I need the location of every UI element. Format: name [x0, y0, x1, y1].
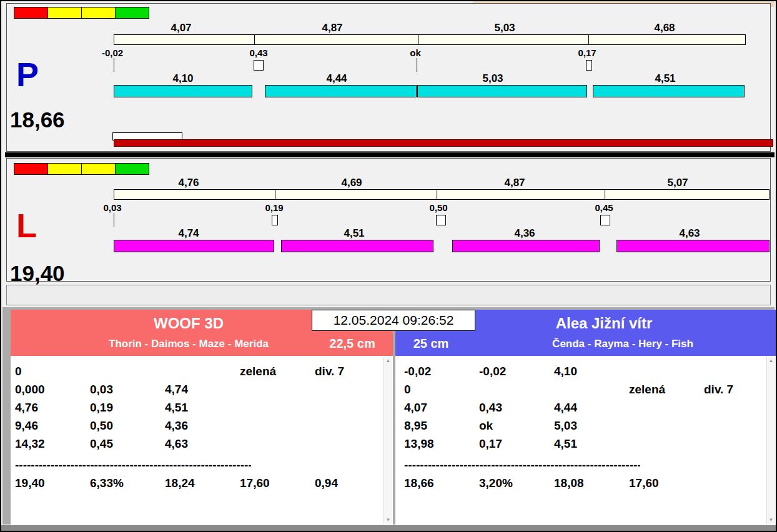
- result-cell: [240, 416, 315, 435]
- result-cell: 4,36: [165, 416, 240, 435]
- p-run-bar-3: [417, 85, 587, 97]
- p-marker-tick-3: [417, 58, 417, 72]
- p-back-split-4: 4,51: [655, 72, 675, 85]
- result-cell: [240, 380, 315, 398]
- traffic-yellow-light-1: [48, 7, 81, 18]
- traffic-red-light: [14, 164, 47, 174]
- right-team-dogs: Čenda - Rayma - Hery - Fish: [552, 338, 693, 350]
- result-cell: 4,76: [15, 398, 90, 416]
- l-marker-tick-1: [114, 213, 114, 227]
- result-cell: 0,03: [90, 380, 165, 398]
- result-cell: -0,02: [479, 362, 554, 380]
- l-back-split-4: 4,63: [679, 227, 700, 240]
- result-cell: 4,74: [165, 380, 240, 398]
- scroll-up-icon[interactable]: ▲: [384, 358, 392, 363]
- result-cell: [704, 474, 776, 492]
- right-table-scrollbar[interactable]: ▲ ▼: [766, 357, 775, 524]
- p-change-3: ok: [410, 47, 421, 58]
- p-back-split-1: 4,10: [172, 72, 193, 85]
- table-row: 0 zelená div. 7: [404, 380, 776, 398]
- traffic-green-light: [116, 164, 149, 174]
- l-back-split-1: 4,74: [178, 227, 199, 240]
- result-cell: [315, 380, 393, 398]
- result-cell: 13,98: [404, 435, 479, 453]
- result-cell: zelená: [240, 362, 315, 380]
- p-front-bar-seg3: [418, 35, 589, 44]
- l-marker-box-3: [436, 215, 446, 225]
- l-front-bar-seg2: [275, 190, 437, 199]
- l-change-1: 0,03: [103, 202, 121, 213]
- l-front-split-1: 4,76: [178, 177, 199, 189]
- traffic-yellow-light-2: [82, 7, 115, 18]
- result-cell: [315, 435, 393, 453]
- result-cell: [704, 416, 776, 435]
- p-run-bar-1: [114, 85, 252, 97]
- lane-l-letter: L: [16, 209, 37, 242]
- left-jump-height: 22,5 cm: [329, 337, 375, 351]
- result-cell: 17,60: [629, 474, 704, 492]
- result-cell: [629, 416, 704, 435]
- result-cell: 0,45: [90, 435, 165, 453]
- flyball-timing-window: 4,07 4,87 5,03 4,68 -0,02 0,43 ok 0,17 P…: [0, 0, 777, 532]
- l-progress-strip: [6, 285, 771, 305]
- result-cell: [704, 435, 776, 453]
- result-cell: 8,95: [404, 416, 479, 435]
- l-front-split-2: 4,69: [341, 177, 362, 189]
- p-run-bar-2: [265, 85, 417, 97]
- right-team-name: Alea Jižní vítr: [556, 315, 653, 332]
- result-cell: [315, 416, 393, 435]
- result-cell: 0,000: [15, 380, 90, 398]
- p-front-split-3: 5,03: [494, 22, 515, 34]
- p-front-split-2: 4,87: [322, 22, 342, 34]
- result-cell: 18,24: [165, 474, 240, 492]
- scroll-down-icon[interactable]: ▼: [384, 517, 392, 523]
- traffic-light-l: [14, 163, 149, 175]
- scroll-up-icon[interactable]: ▲: [767, 358, 775, 363]
- right-jump-height: 25 cm: [413, 337, 449, 351]
- result-cell: 18,08: [554, 474, 629, 492]
- result-cell: [479, 380, 554, 398]
- result-cell: [240, 435, 315, 453]
- p-change-1: -0,02: [102, 47, 123, 58]
- p-front-split-1: 4,07: [171, 22, 191, 34]
- p-marker-tick-1: [114, 58, 114, 72]
- result-cell: 4,51: [554, 435, 629, 453]
- l-marker-box-2: [272, 215, 278, 225]
- result-cell: 0: [15, 362, 90, 380]
- l-change-4: 0,45: [595, 202, 613, 213]
- table-row: -0,02 -0,02 4,10: [404, 362, 776, 380]
- result-cell: 4,10: [554, 362, 629, 380]
- traffic-yellow-light-1: [48, 164, 81, 174]
- p-marker-box-4: [586, 60, 592, 71]
- bottom-status-strip: [1, 525, 776, 531]
- l-change-3: 0,50: [429, 202, 447, 213]
- table-row: 14,32 0,45 4,63: [15, 435, 393, 453]
- result-cell: [554, 380, 629, 398]
- left-team-name: WOOF 3D: [154, 315, 224, 332]
- result-cell: 5,03: [554, 416, 629, 435]
- result-cell: 0,50: [90, 416, 165, 435]
- table-row: 0 zelená div. 7: [15, 362, 393, 380]
- l-front-bar: [114, 189, 770, 200]
- result-cell: ok: [479, 416, 554, 435]
- result-cell: 18,66: [404, 474, 479, 492]
- result-cell: [629, 398, 704, 416]
- p-front-bar: [114, 34, 746, 45]
- p-front-bar-seg1: [114, 35, 255, 44]
- l-back-split-3: 4,36: [514, 227, 535, 240]
- lane-l-frame: [6, 158, 771, 282]
- p-back-split-2: 4,44: [326, 72, 347, 85]
- lane-p-total: 18,66: [10, 109, 65, 131]
- left-table-scrollbar[interactable]: ▲ ▼: [384, 357, 392, 524]
- table-row: 13,98 0,17 4,51: [404, 435, 776, 453]
- p-change-2: 0,43: [249, 47, 267, 58]
- l-run-bar-2: [281, 240, 433, 252]
- result-cell: [240, 398, 315, 416]
- result-cell: 0,94: [315, 474, 393, 492]
- result-cell: 14,32: [15, 435, 90, 453]
- result-cell: 0,19: [90, 398, 165, 416]
- result-cell: 0,17: [479, 435, 554, 453]
- scroll-down-icon[interactable]: ▼: [767, 517, 775, 523]
- result-cell: 6,33%: [90, 474, 165, 492]
- result-cell: 0: [404, 380, 479, 398]
